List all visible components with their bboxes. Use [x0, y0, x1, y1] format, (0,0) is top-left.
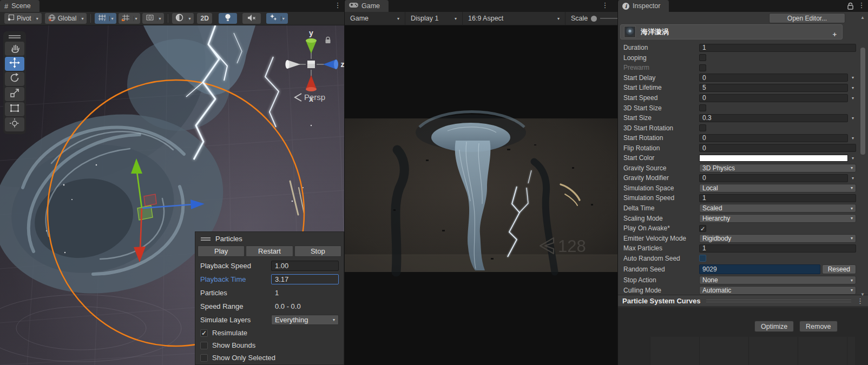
view-hand-tool-button[interactable]	[5, 42, 24, 56]
checkbox-auto-random-seed[interactable]	[699, 255, 706, 262]
curve-grid[interactable]	[650, 337, 855, 365]
curve-mode-dropdown-icon[interactable]: ▾	[850, 85, 856, 90]
color-swatch-start-color[interactable]	[699, 155, 848, 162]
field-playback-time[interactable]: 3.17	[271, 274, 339, 284]
curve-mode-dropdown-icon[interactable]: ▾	[850, 136, 856, 141]
property-label: Looping	[623, 54, 699, 62]
field-start-delay[interactable]: 0	[699, 74, 848, 82]
dropdown-delta-time[interactable]: Scaled▾	[699, 204, 856, 213]
optimize-button[interactable]: Optimize	[754, 321, 794, 332]
inspector-lock-icon[interactable]	[847, 2, 854, 12]
scroll-up-icon[interactable]: ▲	[860, 15, 865, 20]
dropdown-simulation-space[interactable]: Local▾	[699, 184, 856, 193]
game-viewport[interactable]: 128	[345, 25, 617, 365]
field-max-particles[interactable]: 1	[699, 244, 856, 253]
gradient-dropdown-icon[interactable]: ▾	[850, 156, 856, 161]
shading-mode-dropdown[interactable]: ▾	[172, 13, 194, 24]
field-flip-rotation[interactable]: 0	[699, 144, 856, 152]
inspector-row-auto-random-seed: Auto Random Seed	[620, 253, 857, 263]
checkbox-prewarm[interactable]	[699, 64, 706, 71]
inspector-scrollbar[interactable]: ▲ ▼	[859, 12, 867, 365]
scroll-down-icon[interactable]: ▼	[860, 292, 865, 297]
hand-icon	[9, 42, 20, 55]
dropdown-stop-action[interactable]: None▾	[699, 276, 856, 284]
field-playback-speed[interactable]: 1.00	[271, 261, 339, 271]
dropdown-gravity-source[interactable]: 3D Physics▾	[699, 164, 856, 172]
curve-mode-dropdown-icon[interactable]: ▾	[850, 75, 856, 80]
scene-menu-icon[interactable]: ⋮	[334, 1, 341, 9]
curves-section-header[interactable]: Particle System Curves ⋮	[618, 295, 868, 307]
checkbox-looping[interactable]	[699, 54, 706, 61]
overlay-grip-icon[interactable]	[9, 35, 21, 38]
tab-scene-label: Scene	[11, 2, 30, 10]
inspector-menu-icon[interactable]: ⋮	[858, 1, 865, 9]
curve-mode-dropdown-icon[interactable]: ▾	[850, 176, 856, 181]
global-dropdown[interactable]: Global ▾	[45, 13, 87, 24]
scene-tabstrip: # Scene ⋮	[0, 0, 344, 12]
checkbox-play-on-awake[interactable]: ✓	[699, 225, 706, 232]
tab-inspector[interactable]: i Inspector	[618, 0, 669, 12]
svg-text:Y: Y	[103, 18, 106, 21]
field-start-size[interactable]: 0.3	[699, 114, 848, 122]
add-module-icon[interactable]: +	[832, 30, 839, 39]
scroll-thumb[interactable]	[860, 48, 865, 155]
toggle-label: Show Bounds	[212, 341, 255, 349]
dropdown-simulate-layers[interactable]: Everything▾	[271, 315, 339, 325]
dropdown-scaling-mode[interactable]: Hierarchy▾	[699, 214, 856, 223]
curve-mode-dropdown-icon[interactable]: ▾	[850, 96, 856, 101]
scene-audio-mute-button[interactable]	[242, 13, 261, 24]
scene-effects-dropdown[interactable]: ▾	[266, 13, 288, 24]
scene-lighting-button[interactable]	[219, 13, 237, 24]
pivot-dropdown[interactable]: Pivot ▾	[4, 13, 42, 24]
transform-tool-button[interactable]	[5, 117, 24, 131]
checkbox-show-bounds[interactable]	[200, 342, 208, 349]
field-random-seed[interactable]: 9029	[699, 264, 820, 274]
reseed-button[interactable]: Reseed	[822, 264, 856, 274]
rect-tool-button[interactable]	[5, 102, 24, 116]
game-display-mode-dropdown[interactable]: Game ▾	[345, 12, 405, 25]
field-start-speed[interactable]: 0	[699, 94, 848, 102]
tab-game[interactable]: Game	[345, 0, 389, 12]
field-start-lifetime[interactable]: 5	[699, 84, 848, 92]
dropdown-emitter-velocity-mode[interactable]: Rigidbody▾	[699, 234, 856, 243]
field-simulation-speed[interactable]: 1	[699, 194, 856, 202]
field-duration[interactable]: 1	[699, 44, 856, 52]
rotate-icon	[9, 72, 20, 85]
rotate-tool-button[interactable]	[5, 72, 24, 86]
remove-button[interactable]: Remove	[799, 321, 838, 332]
checkbox-3d-start-size[interactable]	[699, 104, 706, 111]
stop-button[interactable]: Stop	[294, 245, 341, 257]
effects-stars-icon	[269, 14, 278, 23]
display-dropdown[interactable]: Display 1 ▾	[405, 12, 463, 25]
2d-toggle-button[interactable]: 2D	[197, 13, 212, 24]
grid-visibility-button[interactable]: Y ▾	[95, 13, 116, 24]
play-button[interactable]: Play	[198, 245, 245, 257]
slider-knob[interactable]	[591, 16, 597, 22]
open-editor-button[interactable]: Open Editor...	[769, 13, 845, 23]
particles-panel-header[interactable]: Particles	[195, 232, 344, 245]
scale-slider[interactable]: Scale	[565, 12, 617, 25]
particles-label: Simulate Layers	[200, 316, 271, 324]
curve-mode-dropdown-icon[interactable]: ▾	[850, 116, 856, 121]
particles-label: Speed Range	[200, 302, 271, 310]
grid-snap-button[interactable]: ▾	[119, 13, 140, 24]
aspect-ratio-dropdown[interactable]: 16:9 Aspect ▾	[463, 12, 565, 25]
particle-module-header[interactable]: 海洋漩涡 +	[620, 24, 843, 39]
move-tool-button[interactable]	[5, 57, 24, 71]
checkbox-resimulate[interactable]: ✓	[200, 329, 208, 337]
scale-tool-button[interactable]	[5, 87, 24, 101]
panel-grip-icon[interactable]	[201, 237, 211, 241]
snap-increment-button[interactable]: ▾	[142, 13, 164, 24]
checkbox-show-only-selected[interactable]	[200, 354, 208, 362]
splitter-handle[interactable]	[706, 300, 851, 302]
checkbox-3d-start-rotation[interactable]	[699, 124, 706, 131]
restart-button[interactable]: Restart	[246, 245, 293, 257]
tab-scene[interactable]: # Scene	[0, 0, 40, 12]
particle-system-icon	[624, 26, 636, 38]
dropdown-culling-mode[interactable]: Automatic▾	[699, 286, 856, 295]
scene-viewport[interactable]: y z x Persp	[0, 25, 344, 365]
chevron-down-icon: ▾	[851, 206, 853, 211]
field-gravity-modifier[interactable]: 0	[699, 174, 848, 182]
field-start-rotation[interactable]: 0	[699, 134, 848, 142]
game-menu-icon[interactable]: ⋮	[601, 1, 609, 9]
